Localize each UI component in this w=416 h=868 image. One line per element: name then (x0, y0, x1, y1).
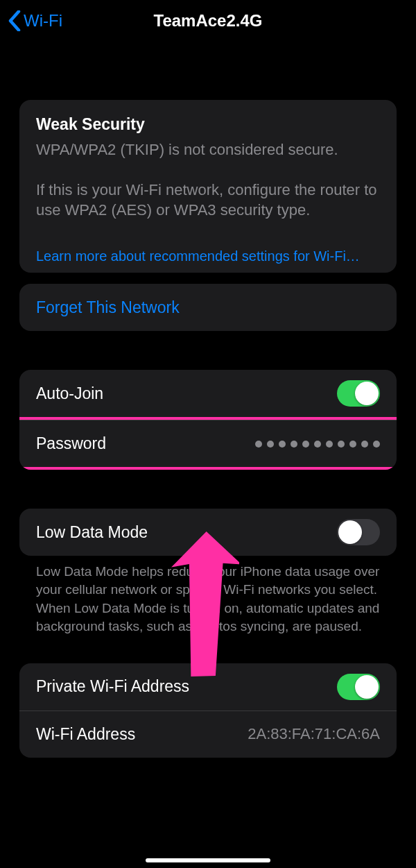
back-label: Wi-Fi (24, 11, 62, 31)
wifi-address-label: Wi-Fi Address (36, 725, 135, 744)
auto-join-row: Auto-Join (19, 370, 397, 417)
low-data-mode-note: Low Data Mode helps reduce your iPhone d… (19, 556, 397, 636)
learn-more-link[interactable]: Learn more about recommended settings fo… (19, 237, 397, 273)
wifi-address-row[interactable]: Wi-Fi Address 2A:83:FA:71:CA:6A (19, 710, 397, 758)
private-wifi-address-row: Private Wi-Fi Address (19, 663, 397, 710)
page-title: TeamAce2.4G (0, 11, 416, 31)
wifi-address-value: 2A:83:FA:71:CA:6A (248, 725, 380, 743)
auto-join-label: Auto-Join (36, 384, 103, 403)
low-data-mode-label: Low Data Mode (36, 523, 148, 542)
warning-heading: Weak Security (36, 115, 380, 134)
security-warning-card: Weak Security WPA/WPA2 (TKIP) is not con… (19, 100, 397, 273)
low-data-mode-toggle[interactable] (337, 519, 380, 545)
low-data-mode-row: Low Data Mode (19, 509, 397, 556)
password-label: Password (36, 434, 106, 453)
nav-bar: Wi-Fi TeamAce2.4G (0, 0, 416, 42)
password-row[interactable]: Password (19, 420, 397, 467)
auto-join-toggle[interactable] (337, 380, 380, 407)
back-button[interactable]: Wi-Fi (8, 10, 62, 31)
forget-network-label: Forget This Network (36, 298, 180, 317)
password-mask (255, 441, 380, 448)
private-wifi-address-label: Private Wi-Fi Address (36, 677, 189, 696)
private-wifi-address-toggle[interactable] (337, 674, 380, 700)
warning-text-2: If this is your Wi-Fi network, configure… (36, 180, 380, 221)
home-indicator[interactable] (146, 858, 270, 862)
warning-text-1: WPA/WPA2 (TKIP) is not considered secure… (36, 139, 380, 160)
password-highlight-annotation: Password (19, 417, 397, 470)
forget-network-button[interactable]: Forget This Network (19, 284, 397, 331)
chevron-left-icon (8, 10, 21, 31)
